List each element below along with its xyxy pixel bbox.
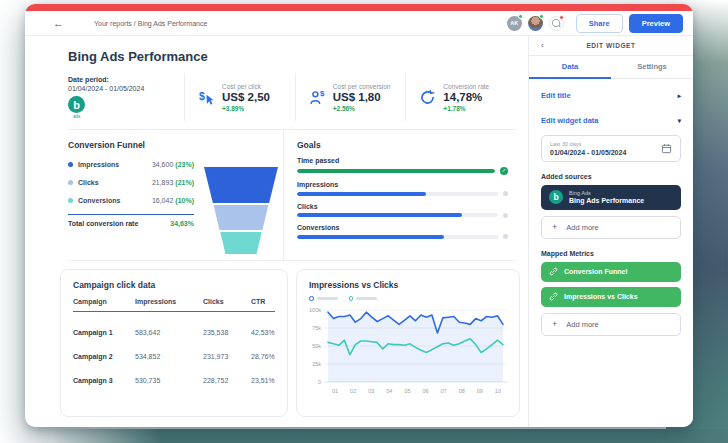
table-cell: 28,76% bbox=[251, 336, 275, 360]
section-title: Campaign click data bbox=[73, 280, 275, 290]
date-range-preset: Last 30 days bbox=[550, 141, 626, 147]
window-accent-bar bbox=[25, 4, 693, 11]
add-metric-button[interactable]: + Add more bbox=[541, 313, 681, 336]
x-tick-label: 03 bbox=[368, 388, 374, 394]
report-canvas: Bing Ads Performance Date period: 01/04/… bbox=[25, 36, 528, 427]
legend-marker bbox=[349, 296, 354, 301]
chart-y-axis: 100k75k50k25k0 bbox=[309, 307, 324, 385]
column-header: Impressions bbox=[135, 298, 203, 305]
preview-button[interactable]: Preview bbox=[629, 14, 683, 33]
backdrop-shadow-strip bbox=[52, 429, 728, 443]
series-dot bbox=[68, 180, 73, 185]
table-cell: Campaign 3 bbox=[73, 360, 135, 384]
funnel-total-value: 34,63% bbox=[170, 220, 194, 227]
table-cell: Campaign 2 bbox=[73, 336, 135, 360]
share-button[interactable]: Share bbox=[576, 14, 623, 33]
campaign-click-data-widget: Campaign click data CampaignImpressionsC… bbox=[60, 269, 288, 417]
table-cell: 228,752 bbox=[203, 360, 251, 384]
series-dot bbox=[68, 198, 73, 203]
legend-label-placeholder bbox=[317, 297, 338, 300]
x-tick-label: 01 bbox=[332, 388, 338, 394]
sync-arrows-icon bbox=[419, 89, 436, 106]
plus-icon: + bbox=[552, 320, 557, 329]
online-status-dot bbox=[518, 14, 523, 19]
bing-ads-logo-sub: ads bbox=[73, 114, 184, 119]
comments-button[interactable] bbox=[549, 16, 564, 31]
top-bar-actions: AK Share Preview bbox=[507, 14, 683, 33]
tab-data[interactable]: Data bbox=[529, 56, 611, 78]
kpi-delta: +3.89% bbox=[222, 105, 270, 112]
plus-icon: + bbox=[552, 223, 557, 232]
avatar-initials[interactable]: AK bbox=[507, 16, 522, 31]
funnel-row-value: 21,893 bbox=[152, 179, 173, 186]
tab-settings[interactable]: Settings bbox=[611, 56, 693, 78]
funnel-row-pct: (23%) bbox=[175, 161, 194, 168]
series-dot bbox=[68, 162, 73, 167]
svg-text:$: $ bbox=[199, 90, 205, 102]
funnel-row-value: 34,600 bbox=[152, 161, 173, 168]
edit-title-row[interactable]: Edit title ▸ bbox=[541, 83, 681, 108]
goal-time-passed: Time passed✓ bbox=[297, 157, 508, 175]
metric-chip-conversion-funnel[interactable]: Conversion Funnel bbox=[541, 262, 681, 282]
add-more-label: Add more bbox=[566, 320, 599, 329]
column-header: Campaign bbox=[73, 298, 135, 305]
kpi-label: Cost per conversion bbox=[333, 83, 391, 90]
kpi-delta: +2.56% bbox=[333, 105, 391, 112]
chevron-down-icon: ▾ bbox=[678, 117, 681, 125]
back-arrow-icon[interactable]: ← bbox=[53, 18, 64, 29]
added-sources-label: Added sources bbox=[541, 173, 681, 180]
funnel-row-label: Conversions bbox=[78, 197, 120, 204]
avatar-photo[interactable] bbox=[528, 16, 543, 31]
funnel-segment-clicks bbox=[204, 205, 278, 230]
x-tick-label: 04 bbox=[386, 388, 392, 394]
date-range-field[interactable]: Last 30 days 01/04/2024 - 01/05/2024 bbox=[541, 135, 681, 162]
metric-chip-label: Impressions vs Clicks bbox=[564, 293, 638, 300]
kpi-label: Cost per click bbox=[222, 83, 270, 90]
table-cell: 530,735 bbox=[135, 360, 203, 384]
kpi-delta: +1.78% bbox=[443, 105, 489, 112]
x-tick-label: 07 bbox=[441, 388, 447, 394]
y-tick-label: 75k bbox=[309, 325, 321, 331]
notification-dot bbox=[559, 15, 564, 20]
section-title: Conversion Funnel bbox=[68, 140, 194, 150]
date-period-block: Date period: 01/04/2024 - 01/05/2024 b a… bbox=[68, 73, 184, 121]
metric-chip-impressions-vs-clicks[interactable]: Impressions vs Clicks bbox=[541, 287, 681, 307]
edit-widget-data-row[interactable]: Edit widget data ▾ bbox=[541, 108, 681, 133]
avatar-initials-text: AK bbox=[510, 20, 518, 26]
y-tick-label: 25k bbox=[309, 361, 321, 367]
campaign-table-body: Campaign 1583,642235,53842,53%Campaign 2… bbox=[73, 312, 275, 384]
goal-impressions: Impressions bbox=[297, 181, 508, 196]
panel-title: EDIT WIDGET bbox=[586, 42, 635, 49]
add-more-label: Add more bbox=[566, 223, 599, 232]
funnel-legend-row: Impressions 34,600 (23%) bbox=[68, 161, 194, 168]
column-header: CTR bbox=[251, 298, 275, 305]
bing-ads-logo: b bbox=[68, 96, 85, 113]
funnel-row-pct: (21%) bbox=[175, 179, 194, 186]
kpi-conversion-rate: Conversion rate 14,78% +1.78% bbox=[405, 73, 516, 121]
date-period-label: Date period: bbox=[68, 76, 184, 83]
edit-widget-data-label: Edit widget data bbox=[541, 116, 599, 125]
table-cell: 42,53% bbox=[251, 312, 275, 336]
link-icon bbox=[549, 292, 558, 301]
mapped-metrics-label: Mapped Metrics bbox=[541, 250, 681, 257]
source-name: Bing Ads bbox=[569, 190, 644, 196]
x-tick-label: 05 bbox=[404, 388, 410, 394]
goal-complete-check-icon: ✓ bbox=[500, 167, 508, 175]
goal-end-dot bbox=[503, 213, 508, 218]
goals-widget: Goals Time passed✓ImpressionsClicksConve… bbox=[284, 130, 516, 260]
source-card-bing-ads[interactable]: b Bing Ads Bing Ads Performance bbox=[541, 185, 681, 210]
page-title: Bing Ads Performance bbox=[25, 36, 528, 64]
chart-legend bbox=[309, 296, 507, 301]
add-source-button[interactable]: + Add more bbox=[541, 216, 681, 239]
chevron-right-icon: ▸ bbox=[678, 92, 681, 100]
panel-back-chevron-icon[interactable]: ‹ bbox=[541, 41, 544, 50]
section-title: Impressions vs Clicks bbox=[309, 280, 507, 290]
kpi-value: 14,78% bbox=[443, 91, 489, 103]
funnel-legend-row: Conversions 16,042 (10%) bbox=[68, 197, 194, 204]
kpi-value: US$ 1,80 bbox=[333, 91, 391, 103]
legend-marker bbox=[309, 296, 314, 301]
edit-widget-panel: ‹ EDIT WIDGET Data Settings Edit title ▸… bbox=[528, 36, 693, 427]
svg-text:$: $ bbox=[320, 89, 325, 98]
legend-item-impressions bbox=[309, 296, 338, 301]
funnel-legend-row: Clicks 21,893 (21%) bbox=[68, 179, 194, 186]
